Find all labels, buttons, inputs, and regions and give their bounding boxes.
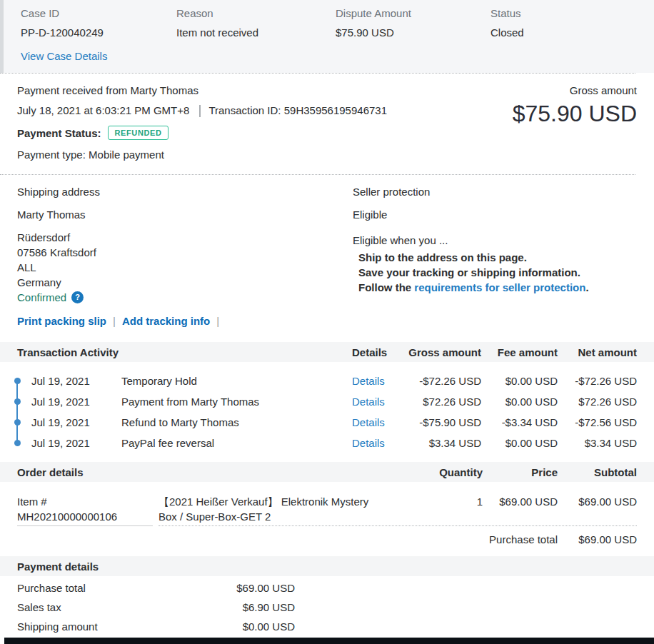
details-column-header: Details <box>352 346 386 358</box>
gross-column-header: Gross amount <box>386 346 481 358</box>
txn-description: Refund to Marty Thomas <box>121 416 352 428</box>
transaction-activity-header: Transaction Activity Details Gross amoun… <box>0 342 654 362</box>
item-description: 【2021 Heißer Verkauf】 Elektronik Mystery… <box>159 494 383 524</box>
txn-details-link[interactable]: Details <box>352 416 386 428</box>
status-label: Status <box>491 7 637 19</box>
txn-fee: $0.00 USD <box>481 437 558 449</box>
quantity-column-header: Quantity <box>380 466 483 478</box>
case-summary-columns: Case ID PP-D-120040249 Reason Item not r… <box>21 7 637 39</box>
print-packing-slip-link[interactable]: Print packing slip <box>17 315 106 327</box>
purchase-total-value: $69.00 USD <box>558 533 637 547</box>
gross-amount-label: Gross amount <box>513 84 637 98</box>
item-quantity: 1 <box>383 494 483 524</box>
reason-column: Reason Item not received <box>176 7 336 39</box>
case-id-value: PP-D-120040249 <box>21 26 176 39</box>
condition-line: Follow the requirements for seller prote… <box>358 280 637 295</box>
txn-date: Jul 19, 2021 <box>31 437 121 449</box>
reason-value: Item not received <box>176 26 336 39</box>
question-icon[interactable]: ? <box>71 291 84 303</box>
payment-type: Payment type: Mobile payment <box>17 148 637 162</box>
status-column: Status Closed <box>491 7 637 39</box>
address-line: 07586 Kraftsdorf <box>17 245 353 260</box>
condition-line: Ship to the address on this page. <box>358 250 637 265</box>
item-number-cell: Item # MH20210000000106 <box>17 494 153 524</box>
payment-detail-value: $69.00 USD <box>160 581 295 595</box>
dispute-amount-value: $75.90 USD <box>336 26 491 39</box>
txn-net: $72.26 USD <box>558 396 637 408</box>
table-row: Purchase total $69.00 USD <box>0 581 654 595</box>
address-line: Germany <box>17 275 353 290</box>
txn-description: Temporary Hold <box>121 375 352 387</box>
link-separator: | <box>113 315 116 327</box>
txn-description: Payment from Marty Thomas <box>121 396 352 408</box>
divider-solid-segment <box>17 525 153 526</box>
gross-amount-block: Gross amount $75.90 USD <box>513 84 637 127</box>
net-column-header: Net amount <box>558 346 637 358</box>
payment-details-section: Payment details Purchase total $69.00 US… <box>0 556 654 634</box>
subtotal-column-header: Subtotal <box>558 466 637 478</box>
timeline-dot-icon <box>14 440 21 446</box>
seller-protection-conditions: Ship to the address on this page. Save y… <box>353 250 637 295</box>
item-number-value: MH20210000000106 <box>17 509 153 524</box>
txn-gross: -$72.26 USD <box>386 375 481 387</box>
payment-detail-value: $6.90 USD <box>160 600 295 615</box>
table-row: Jul 19, 2021 PayPal fee reversal Details… <box>0 433 654 453</box>
table-row: Jul 19, 2021 Refund to Marty Thomas Deta… <box>0 412 654 433</box>
divider-dotted-segment <box>159 525 637 526</box>
timeline-dot-icon <box>14 398 21 405</box>
payment-summary-section: Payment received from Marty Thomas July … <box>0 74 654 174</box>
case-id-label: Case ID <box>21 7 176 19</box>
seller-protection-intro: Eligible when you ... <box>353 233 637 248</box>
gross-amount-value: $75.90 USD <box>513 100 637 127</box>
payment-status-label: Payment Status: <box>17 127 101 139</box>
txn-description: PayPal fee reversal <box>121 437 352 449</box>
link-separator: | <box>216 315 219 327</box>
address-lines: Rüdersdorf 07586 Kraftsdorf ALL Germany … <box>17 230 353 305</box>
payment-detail-label: Shipping amount <box>17 620 160 634</box>
address-line: Rüdersdorf <box>17 230 353 245</box>
txn-gross: -$75.90 USD <box>386 416 481 428</box>
transaction-id: Transaction ID: 59H35956195946731 <box>208 104 387 118</box>
txn-date: Jul 19, 2021 <box>31 375 121 387</box>
txn-gross: $72.26 USD <box>386 396 481 408</box>
payment-date: July 18, 2021 at 6:03:21 PM GMT+8 <box>17 104 189 118</box>
payment-details-header: Payment details <box>0 556 654 576</box>
timeline-dot-icon <box>14 419 21 426</box>
confirmed-label: Confirmed <box>17 290 66 305</box>
order-details-title: Order details <box>17 466 380 478</box>
order-details-section: Order details Quantity Price Subtotal It… <box>0 462 654 547</box>
condition-line: Save your tracking or shipping informati… <box>358 265 637 280</box>
txn-fee: -$3.34 USD <box>481 416 558 428</box>
txn-net: -$72.56 USD <box>558 416 637 428</box>
table-row: Jul 19, 2021 Temporary Hold Details -$72… <box>0 371 654 391</box>
order-divider <box>0 525 654 526</box>
shipping-action-links: Print packing slip | Add tracking info | <box>17 315 353 327</box>
transaction-activity-section: Transaction Activity Details Gross amoun… <box>0 342 654 456</box>
item-number-label: Item # <box>17 494 153 509</box>
shipping-address-block: Shipping address Marty Thomas Rüdersdorf… <box>17 185 353 327</box>
payment-details-title: Payment details <box>17 560 637 573</box>
txn-details-link[interactable]: Details <box>352 437 386 449</box>
table-row: Item # MH20210000000106 【2021 Heißer Ver… <box>0 482 654 524</box>
txn-net: -$72.26 USD <box>558 375 637 387</box>
seller-protection-requirements-link[interactable]: requirements for seller protection <box>414 281 585 293</box>
dispute-amount-column: Dispute Amount $75.90 USD <box>336 7 491 39</box>
case-id-column: Case ID PP-D-120040249 <box>21 7 176 39</box>
txn-gross: $3.34 USD <box>386 437 481 449</box>
view-case-details-link[interactable]: View Case Details <box>21 50 107 62</box>
recipient-name: Marty Thomas <box>17 208 353 222</box>
table-row: Jul 19, 2021 Payment from Marty Thomas D… <box>0 391 654 412</box>
follow-suffix: . <box>585 281 588 293</box>
reason-label: Reason <box>176 7 336 19</box>
dispute-amount-label: Dispute Amount <box>336 7 491 19</box>
bottom-window-edge <box>4 638 654 644</box>
status-value: Closed <box>491 26 637 39</box>
table-row: Shipping amount $0.00 USD <box>0 620 654 634</box>
txn-details-link[interactable]: Details <box>352 375 386 387</box>
timeline-dot-icon <box>14 378 21 384</box>
follow-prefix: Follow the <box>358 281 414 293</box>
status-badge: REFUNDED <box>108 126 169 140</box>
payment-detail-label: Purchase total <box>17 581 160 595</box>
add-tracking-info-link[interactable]: Add tracking info <box>122 315 210 327</box>
txn-details-link[interactable]: Details <box>352 396 386 408</box>
